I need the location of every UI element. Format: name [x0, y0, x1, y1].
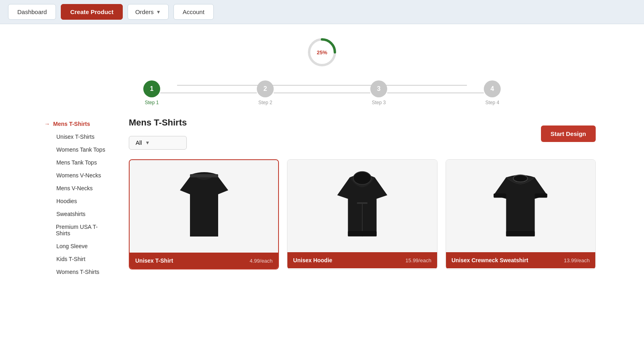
active-arrow-icon: → — [44, 121, 50, 127]
account-button[interactable]: Account — [173, 4, 214, 20]
content-title: Mens T-Shirts — [129, 117, 187, 128]
dashboard-button[interactable]: Dashboard — [8, 4, 56, 20]
product-footer: Unisex T-Shirt 4.99/each — [130, 253, 278, 269]
product-card-unisex-hoodie[interactable]: Unisex Hoodie 15.99/each — [287, 159, 437, 269]
product-image — [446, 160, 595, 252]
svg-rect-9 — [494, 193, 506, 198]
sidebar-item-mens-tank-tops[interactable]: Mens Tank Tops — [40, 156, 113, 169]
stepper: 1 Step 1 2 Step 2 3 Step 3 4 Step 4 — [0, 76, 644, 117]
progress-ring: 25% — [306, 36, 338, 68]
svg-rect-10 — [535, 193, 547, 198]
sidebar-item-kids-t-shirt[interactable]: Kids T-Shirt — [40, 253, 113, 265]
step-3-circle: 3 — [370, 80, 387, 97]
navbar: Dashboard Create Product Orders ▼ Accoun… — [0, 0, 644, 24]
svg-point-7 — [514, 175, 528, 182]
filter-row: Mens T-Shirts All ▼ Start Design — [129, 117, 596, 150]
filter-label: All — [136, 140, 142, 146]
progress-label: 25% — [317, 49, 327, 56]
product-footer: Unisex Hoodie 15.99/each — [287, 252, 437, 268]
sidebar-item-mens-v-necks[interactable]: Mens V-Necks — [40, 182, 113, 195]
sidebar-item-sweatshirts[interactable]: Sweatshirts — [40, 208, 113, 220]
svg-rect-2 — [190, 174, 218, 177]
svg-rect-6 — [348, 231, 376, 236]
step-1-circle: 1 — [143, 80, 160, 97]
step-2-label: Step 2 — [258, 100, 272, 105]
sidebar-item-long-sleeve[interactable]: Long Sleeve — [40, 240, 113, 253]
main-content: 25% 1 Step 1 2 Step 2 3 Step 3 — [0, 24, 644, 362]
create-product-button[interactable]: Create Product — [61, 4, 123, 20]
body-layout: →Mens T-ShirtsUnisex T-ShirtsWomens Tank… — [0, 117, 644, 278]
product-footer: Unisex Crewneck Sweatshirt 13.99/each — [446, 252, 595, 268]
sidebar: →Mens T-ShirtsUnisex T-ShirtsWomens Tank… — [40, 117, 121, 278]
sidebar-item-womens-v-necks[interactable]: Womens V-Necks — [40, 169, 113, 182]
filter-arrow-icon: ▼ — [145, 140, 150, 146]
orders-dropdown[interactable]: Orders ▼ — [128, 4, 169, 20]
filter-dropdown[interactable]: All ▼ — [129, 136, 187, 150]
sidebar-item-unisex-t-shirts[interactable]: Unisex T-Shirts — [40, 130, 113, 143]
orders-label: Orders — [135, 8, 154, 15]
svg-rect-8 — [506, 231, 535, 236]
step-3-label: Step 3 — [372, 100, 386, 105]
product-card-unisex-crewneck-sweatshirt[interactable]: Unisex Crewneck Sweatshirt 13.99/each — [446, 159, 596, 269]
step-2-circle: 2 — [257, 80, 274, 97]
svg-point-3 — [353, 172, 371, 185]
product-image — [287, 160, 437, 252]
progress-section: 25% — [0, 24, 644, 76]
product-price: 13.99/each — [564, 257, 590, 263]
step-4-circle: 4 — [484, 80, 501, 97]
step-3-item[interactable]: 3 Step 3 — [370, 80, 387, 105]
orders-arrow-icon: ▼ — [156, 9, 161, 15]
product-price: 15.99/each — [405, 257, 431, 263]
product-card-unisex-t-shirt[interactable]: Unisex T-Shirt 4.99/each — [129, 159, 279, 269]
step-1-label: Step 1 — [145, 100, 159, 105]
sidebar-item-hoodies[interactable]: Hoodies — [40, 195, 113, 208]
product-name: Unisex Hoodie — [293, 257, 332, 263]
product-name: Unisex T-Shirt — [135, 257, 173, 264]
sidebar-item-mens-t-shirts[interactable]: →Mens T-Shirts — [40, 117, 113, 130]
step-4-item[interactable]: 4 Step 4 — [484, 80, 501, 105]
product-price: 4.99/each — [250, 258, 272, 264]
sidebar-item-premium-usa-t-shirts[interactable]: Premium USA T-Shirts — [40, 220, 113, 240]
product-image — [130, 160, 278, 253]
start-design-button[interactable]: Start Design — [541, 125, 596, 142]
step-1-item[interactable]: 1 Step 1 — [143, 80, 160, 105]
sidebar-item-womens-tank-tops[interactable]: Womens Tank Tops — [40, 143, 113, 156]
product-name: Unisex Crewneck Sweatshirt — [452, 257, 528, 263]
step-4-label: Step 4 — [485, 100, 500, 105]
sidebar-item-womens-t-shirts[interactable]: Womens T-Shirts — [40, 265, 113, 278]
step-2-item[interactable]: 2 Step 2 — [257, 80, 274, 105]
svg-rect-4 — [357, 202, 368, 204]
content-area: Mens T-Shirts All ▼ Start Design Unisex … — [121, 117, 604, 278]
product-grid: Unisex T-Shirt 4.99/each Unisex Hoodie 1… — [129, 159, 596, 269]
